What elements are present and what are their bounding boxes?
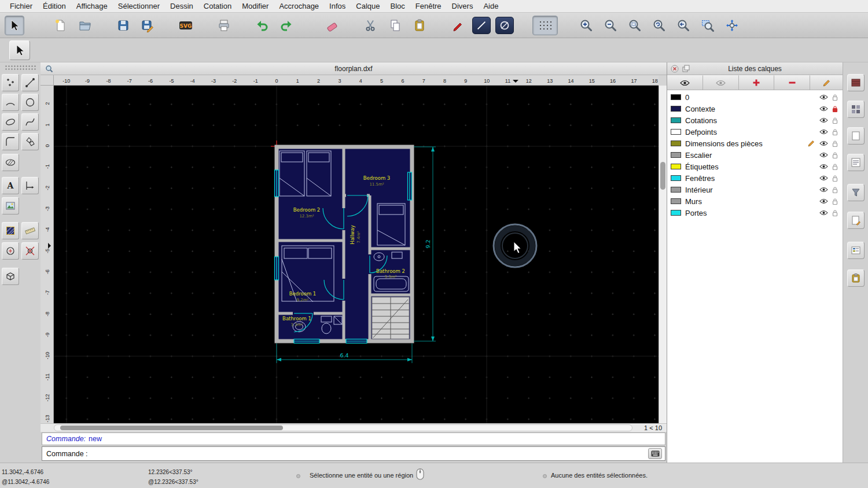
dock-block-list-button[interactable] xyxy=(847,101,865,118)
add-layer-button[interactable] xyxy=(739,75,775,90)
layer-row-3[interactable]: Defpoints xyxy=(667,126,843,138)
edit-layer-button[interactable] xyxy=(810,75,843,90)
hide-all-layers-button[interactable] xyxy=(703,75,739,90)
layer-visibility-eye-icon[interactable] xyxy=(819,210,828,216)
dock-command-history-button[interactable] xyxy=(847,154,865,171)
polyline-tool-button[interactable] xyxy=(2,133,19,150)
panel-close-button[interactable] xyxy=(671,65,679,73)
polygon-tool-button[interactable] xyxy=(21,133,39,150)
menu-item-accrochage[interactable]: Accrochage xyxy=(274,2,324,10)
layer-row-8[interactable]: Intérieur xyxy=(667,184,843,195)
vertical-scrollbar[interactable] xyxy=(659,86,667,423)
paste-button[interactable] xyxy=(410,16,429,35)
snap-tool-button[interactable] xyxy=(21,242,39,260)
horizontal-scrollbar[interactable] xyxy=(54,424,632,431)
layer-lock-icon[interactable] xyxy=(832,117,838,124)
dimension-tool-button[interactable] xyxy=(21,177,39,194)
menu-item-fichier[interactable]: Fichier xyxy=(5,2,38,10)
remove-layer-button[interactable] xyxy=(774,75,810,90)
palette-grip[interactable] xyxy=(5,65,36,71)
delete-button[interactable] xyxy=(323,16,343,35)
image-tool-button[interactable] xyxy=(2,197,19,215)
menu-item-affichage[interactable]: Affichage xyxy=(71,2,113,10)
menu-item-infos[interactable]: Infos xyxy=(324,2,351,10)
print-preview-button[interactable] xyxy=(214,16,234,35)
layer-visibility-eye-icon[interactable] xyxy=(819,187,828,193)
active-select-tool-button[interactable] xyxy=(9,40,30,60)
menu-item-divers[interactable]: Divers xyxy=(447,2,479,10)
undo-button[interactable] xyxy=(252,16,272,35)
hatch-tool-button[interactable] xyxy=(2,222,19,239)
layer-row-5[interactable]: Escalier xyxy=(667,149,843,161)
menu-item-modifier[interactable]: Modifier xyxy=(237,2,274,10)
arc-tool-button[interactable] xyxy=(2,94,19,111)
line-tool-button[interactable] xyxy=(21,74,39,91)
drawing-canvas[interactable]: Bedroom 2 12.3m² Bedroom 3 11.5m² Bedroo… xyxy=(54,86,659,423)
layer-lock-icon[interactable] xyxy=(832,175,838,182)
zoom-in-button[interactable] xyxy=(576,16,596,35)
menu-item-cotation[interactable]: Cotation xyxy=(198,2,237,10)
layer-visibility-eye-icon[interactable] xyxy=(819,175,828,181)
pen-attributes-button[interactable] xyxy=(448,16,468,35)
layer-row-10[interactable]: Portes xyxy=(667,207,843,219)
zoom-window-button[interactable] xyxy=(698,16,718,35)
menu-item-fenetre[interactable]: Fenêtre xyxy=(410,2,447,10)
dock-layer-list-button[interactable] xyxy=(847,242,865,259)
command-input[interactable] xyxy=(91,447,648,460)
zoom-out-button[interactable] xyxy=(601,16,620,35)
keyboard-toggle-button[interactable] xyxy=(648,448,662,459)
menu-item-dessin[interactable]: Dessin xyxy=(165,2,198,10)
dock-clipboard-button[interactable] xyxy=(847,269,865,287)
zoom-pan-button[interactable] xyxy=(722,16,742,35)
zoom-redraw-button[interactable] xyxy=(649,16,669,35)
show-all-layers-button[interactable] xyxy=(667,75,703,90)
menu-item-aide[interactable]: Aide xyxy=(478,2,503,10)
layer-lock-icon[interactable] xyxy=(832,186,838,194)
horizontal-scroll-thumb[interactable] xyxy=(60,426,283,430)
text-tool-button[interactable]: A xyxy=(2,177,19,194)
dock-selection-filter-button[interactable] xyxy=(847,184,865,201)
fill-attributes-button[interactable] xyxy=(495,17,514,34)
layer-lock-icon[interactable] xyxy=(832,163,838,171)
measure-tool-button[interactable] xyxy=(21,222,39,239)
layer-lock-icon[interactable] xyxy=(832,105,838,113)
points-tool-button[interactable] xyxy=(2,74,19,91)
layer-visibility-eye-icon[interactable] xyxy=(819,164,828,169)
layer-visibility-eye-icon[interactable] xyxy=(819,198,828,204)
layer-lock-icon[interactable] xyxy=(832,209,838,217)
layer-row-1[interactable]: Contexte xyxy=(667,103,843,114)
menu-item-bloc[interactable]: Bloc xyxy=(385,2,410,10)
save-as-button[interactable] xyxy=(138,16,157,35)
hatch-ellipse-tool-button[interactable] xyxy=(2,154,19,171)
layer-visibility-eye-icon[interactable] xyxy=(819,94,828,100)
menu-item-edition[interactable]: Édition xyxy=(38,2,71,10)
redo-button[interactable] xyxy=(277,16,296,35)
layer-row-6[interactable]: Étiquettes xyxy=(667,161,843,172)
dock-sheet-button[interactable] xyxy=(847,212,865,229)
menu-item-calque[interactable]: Calque xyxy=(351,2,385,10)
vertical-scroll-thumb[interactable] xyxy=(660,162,665,190)
spline-tool-button[interactable] xyxy=(21,113,39,131)
zoom-previous-button[interactable] xyxy=(674,16,693,35)
layer-row-7[interactable]: Fenêtres xyxy=(667,172,843,184)
layer-lock-icon[interactable] xyxy=(832,94,838,101)
save-button[interactable] xyxy=(113,16,133,35)
panel-detach-button[interactable] xyxy=(682,65,690,72)
menu-item-selectionner[interactable]: Sélectionner xyxy=(113,2,165,10)
ellipse-tool-button[interactable] xyxy=(2,113,19,131)
layer-visibility-eye-icon[interactable] xyxy=(819,117,828,123)
select-tool-button[interactable] xyxy=(5,16,24,35)
cut-button[interactable] xyxy=(361,16,381,35)
dock-property-editor-button[interactable] xyxy=(847,74,865,91)
copy-button[interactable] xyxy=(385,16,405,35)
layer-visibility-eye-icon[interactable] xyxy=(819,152,828,158)
layer-lock-icon[interactable] xyxy=(832,140,838,147)
layer-visibility-eye-icon[interactable] xyxy=(819,129,828,135)
layer-row-0[interactable]: 0 xyxy=(667,91,843,103)
layer-visibility-eye-icon[interactable] xyxy=(819,141,828,146)
layer-row-2[interactable]: Cotations xyxy=(667,114,843,126)
zoom-auto-button[interactable] xyxy=(625,16,645,35)
layer-row-9[interactable]: Murs xyxy=(667,195,843,207)
solid-tool-button[interactable] xyxy=(2,268,19,285)
line-attributes-button[interactable] xyxy=(472,17,491,34)
